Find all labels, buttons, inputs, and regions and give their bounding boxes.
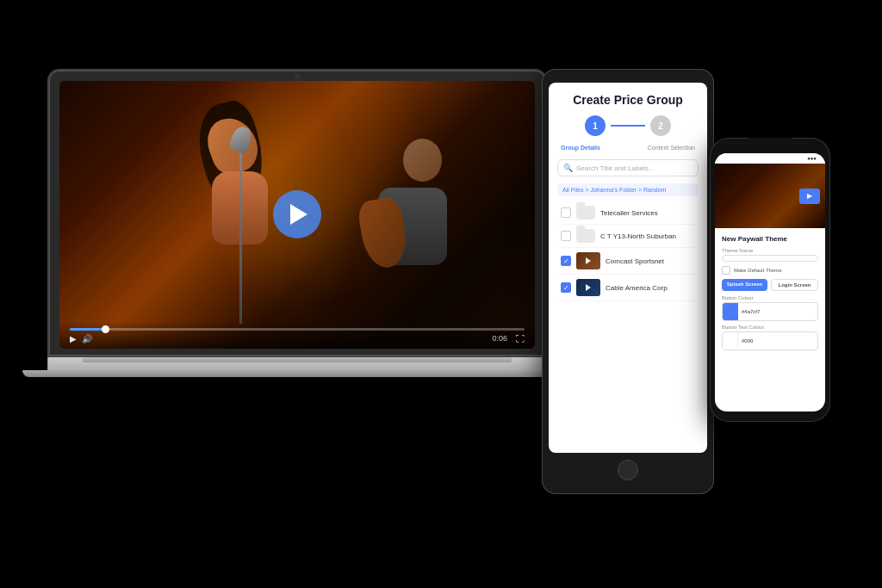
phone-btn-colour-label: Button Colour	[722, 295, 818, 300]
phone-btn-text-colour-label: Button Text Colour	[722, 325, 818, 330]
singer-body	[186, 102, 289, 349]
phone-section-title: New Paywall Theme	[722, 235, 818, 243]
phone-btn-colour-value: #4a7cf7	[738, 309, 817, 314]
phone-theme-name-input[interactable]	[722, 255, 818, 262]
tablet-device: Create Price Group 1 2 Group Details Con…	[542, 69, 714, 494]
tablet-screen: Create Price Group 1 2 Group Details Con…	[549, 83, 707, 453]
phone-theme-name-label: Theme Name	[722, 248, 818, 253]
breadcrumb: All Files > Johanna's Folder > Random	[557, 183, 699, 196]
phone-btn-text-colour-value: #000	[738, 338, 817, 344]
tablet-content: Create Price Group 1 2 Group Details Con…	[549, 83, 707, 312]
play-pause-btn[interactable]: ▶	[70, 334, 77, 344]
phone-device: ●●● ▶ New Paywall Theme Theme Name Make …	[710, 138, 830, 422]
phone-btn-text-colour-field[interactable]: #000	[722, 331, 818, 350]
phone-button-row: Splash Screen Login Screen	[722, 279, 818, 291]
controls-row: ▶ 🔊 0:06 ⛶	[70, 334, 525, 344]
phone-content: New Paywall Theme Theme Name Make Defaul…	[715, 228, 825, 361]
breadcrumb-text: All Files > Johanna's Folder > Random	[562, 187, 666, 193]
step-labels: Group Details Content Selection	[557, 145, 699, 151]
concert-video: ▶ 🔊 0:06 ⛶	[59, 81, 535, 349]
laptop-device: ▶ 🔊 0:06 ⛶	[47, 69, 547, 373]
phone-video-overlay: ▶	[715, 164, 825, 228]
folder-icon-2	[576, 229, 595, 243]
file-item-2: C T Y13-North Suburban	[557, 225, 699, 248]
file-thumbnail-4	[576, 279, 600, 296]
phone-play-button[interactable]: ▶	[799, 189, 820, 204]
laptop-hinge	[83, 357, 512, 362]
phone-signal: ●●●	[807, 156, 817, 161]
play-button[interactable]	[273, 190, 321, 238]
step-1-circle: 1	[585, 115, 606, 136]
file-thumbnail-3	[576, 252, 600, 269]
phone-btn-text-colour-swatch	[723, 332, 738, 350]
file-item-3: ✓ Comcast Sportsnet	[557, 248, 699, 275]
file-item-1: Telecaller Services	[557, 201, 699, 225]
step-line	[611, 125, 645, 127]
microphone-stand	[239, 139, 242, 324]
guitarist-figure	[345, 134, 511, 348]
file-checkbox-4[interactable]: ✓	[561, 282, 571, 293]
search-placeholder: Search Title and Labels...	[576, 164, 654, 172]
tablet-home-button[interactable]	[618, 460, 638, 480]
file-name-4: Cable America Corp	[606, 284, 695, 292]
phone-splash-btn[interactable]: Splash Screen	[722, 279, 767, 291]
phone-video-thumbnail: ▶	[715, 164, 825, 228]
phone-btn-colour-swatch	[723, 303, 738, 320]
video-controls: ▶ 🔊 0:06 ⛶	[59, 321, 535, 349]
laptop-screen: ▶ 🔊 0:06 ⛶	[59, 81, 535, 349]
file-name-2: C T Y13-North Suburban	[600, 232, 695, 240]
phone-screen: ●●● ▶ New Paywall Theme Theme Name Make …	[715, 153, 825, 412]
laptop-camera	[295, 74, 300, 79]
file-checkbox-3[interactable]: ✓	[561, 256, 571, 266]
file-item-4: ✓ Cable America Corp	[557, 275, 699, 301]
progress-track[interactable]	[70, 328, 525, 331]
phone-btn-colour-field[interactable]: #4a7cf7	[722, 302, 818, 321]
fullscreen-btn[interactable]: ⛶	[516, 334, 525, 344]
phone-status-bar: ●●●	[715, 153, 825, 164]
thumbnail-overlay-4	[576, 279, 600, 296]
thumb-play-icon-4	[586, 284, 591, 291]
thumb-play-icon-3	[586, 257, 591, 264]
laptop-bezel: ▶ 🔊 0:06 ⛶	[47, 69, 547, 357]
guitarist-body	[345, 134, 511, 348]
phone-default-label: Make Default Theme	[734, 268, 782, 273]
time-display: 0:06	[492, 334, 507, 343]
stepper: 1 2	[557, 115, 699, 136]
folder-icon-1	[576, 206, 595, 220]
step-2-circle: 2	[650, 115, 671, 136]
search-icon: 🔍	[563, 164, 573, 172]
progress-handle	[102, 325, 109, 333]
file-checkbox-1[interactable]	[561, 207, 571, 218]
file-name-1: Telecaller Services	[600, 209, 695, 217]
play-icon	[290, 204, 307, 225]
tablet-page-title: Create Price Group	[557, 93, 699, 107]
step-2-label: Content Selection	[648, 145, 695, 151]
phone-notch	[748, 138, 792, 150]
step-1-label: Group Details	[561, 145, 600, 151]
main-scene: ▶ 🔊 0:06 ⛶ Create Price Group	[0, 0, 882, 588]
progress-fill	[70, 328, 106, 331]
search-box[interactable]: 🔍 Search Title and Labels...	[557, 159, 699, 176]
file-checkbox-2[interactable]	[561, 231, 571, 241]
guitarist-head	[403, 139, 442, 182]
thumbnail-overlay-3	[576, 252, 600, 269]
file-name-3: Comcast Sportsnet	[606, 257, 695, 265]
laptop-base	[47, 357, 547, 373]
phone-login-btn[interactable]: Login Screen	[771, 279, 818, 291]
phone-default-checkbox[interactable]	[722, 266, 730, 275]
phone-default-theme-row: Make Default Theme	[722, 266, 818, 275]
volume-btn[interactable]: 🔊	[82, 334, 92, 344]
